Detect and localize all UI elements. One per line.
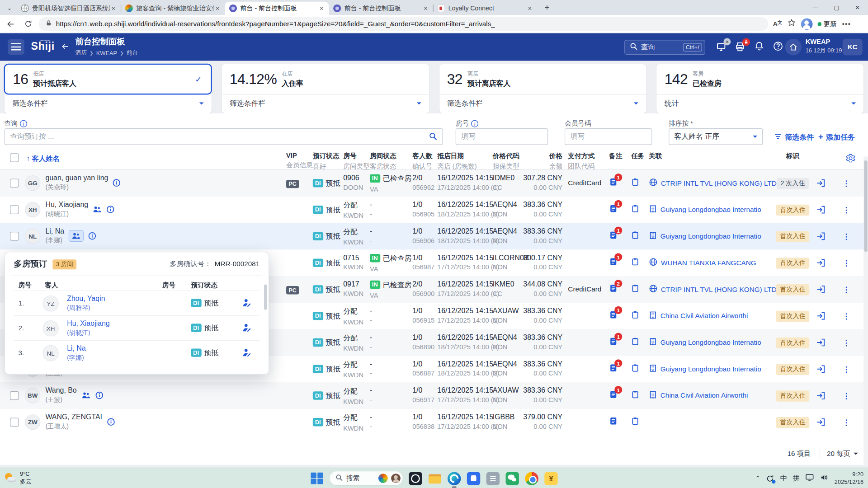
start-button[interactable] [310,472,323,485]
stat-card[interactable]: 14.12%在店入住率筛选条件栏 [222,64,429,113]
task-icon[interactable] [631,284,639,293]
room-input[interactable]: 填写 [456,128,548,145]
column-header[interactable]: 抵店日期离店 (房晚数) [437,152,476,172]
browser-profile-avatar[interactable] [801,18,812,30]
browser-menu-icon[interactable]: ⋯ [842,19,851,29]
table-row[interactable]: XHHu, Xiaojiang(胡晓江)DI预抵分配KWDN--1/005690… [0,197,868,223]
tab-close-icon[interactable]: ✕ [526,5,533,12]
column-header[interactable]: 预订状态喜好 [313,152,340,172]
column-header[interactable]: 备注 [609,152,622,161]
page-scrollbar[interactable] [863,157,868,465]
search-person-icon[interactable] [391,474,401,483]
info-icon[interactable] [113,178,121,187]
volume-icon[interactable] [820,473,829,483]
member-input[interactable]: 填写 [565,128,652,145]
tab-search-chevron-icon[interactable]: ⌄ [3,2,15,14]
multi-room-group-icon[interactable] [93,205,102,213]
notes-icon[interactable] [609,416,618,426]
stat-card[interactable]: 142客房已检查房统计 [657,64,864,113]
task-icon[interactable] [631,204,639,213]
ime-mode[interactable]: 拼 [793,474,799,483]
company-link[interactable]: Guiyang Longdongbao Internatio [649,205,777,215]
copilot-icon[interactable] [378,474,388,483]
check-in-icon[interactable] [816,311,826,321]
column-header[interactable]: 标识 [775,152,810,161]
assign-guest-icon[interactable] [242,347,252,360]
room-number-link[interactable]: 分配 [343,360,363,370]
scrollbar-thumb[interactable] [864,160,867,252]
task-icon[interactable] [631,230,639,240]
row-menu-icon[interactable] [842,365,851,374]
browser-tab[interactable]: 旅客查询 - 紫楠旅馆业治安信息管✕ [121,2,225,15]
company-link[interactable]: Guiyang Longdongbao Internatio [649,364,777,374]
sync-icon[interactable] [766,474,775,483]
notes-icon[interactable]: 1 [609,230,618,240]
multi-room-group-icon[interactable] [69,230,84,242]
check-in-icon[interactable] [816,338,826,347]
tab-close-icon[interactable]: ✕ [214,5,222,12]
task-icon[interactable] [631,337,639,346]
check-in-icon[interactable] [816,258,826,267]
browser-tab[interactable]: 前台 - 前台控制面板✕ [329,2,433,15]
room-number-link[interactable]: 分配 [343,227,363,237]
notes-icon[interactable]: 1 [609,337,618,346]
weather-widget[interactable]: 9°C多云 [5,470,32,485]
tray-chevron-icon[interactable]: ⌃ [755,475,760,482]
refresh-icon[interactable] [21,17,36,31]
check-in-icon[interactable] [816,231,826,241]
url-field[interactable]: https://cn1.web.ep.shiji.world/individua… [39,17,769,31]
ime-language[interactable]: 中 [780,474,787,483]
guest-name-link[interactable]: Li, Na [67,344,86,352]
table-row[interactable]: BWWang, Bo(王波)DI预抵分配KWDN--1/005691716/12… [0,382,868,409]
task-icon[interactable] [631,390,639,399]
popup-guest-row[interactable]: 3.NLLi, Na(李娜)DI预抵 [14,340,260,365]
stat-card-top[interactable]: 32离店预计离店客人 [439,64,646,94]
store-app-icon[interactable] [467,472,480,485]
edge-browser-icon[interactable] [448,472,461,485]
minimize-button[interactable]: — [805,0,826,15]
company-link[interactable]: Guiyang Longdongbao Internatio [649,338,777,347]
column-header[interactable]: 房号房间类型 [343,152,370,172]
table-settings-gear-icon[interactable] [846,153,855,165]
guest-name-link[interactable]: Zhou, Yaqin [67,294,105,302]
row-menu-icon[interactable] [842,286,851,295]
task-icon[interactable] [631,416,639,426]
row-checkbox[interactable] [10,179,19,188]
notifications-bell-icon[interactable] [754,41,764,54]
tab-close-icon[interactable]: ✕ [109,5,117,12]
company-link[interactable]: Guiyang Longdongbao Internatio [649,231,777,241]
popup-scrollbar[interactable] [264,284,267,310]
popup-guest-row[interactable]: 1.YZZhou, Yaqin(周雅琴)DI预抵 [14,291,260,315]
row-menu-icon[interactable] [842,259,851,268]
notes-icon[interactable]: 1 [609,363,618,373]
info-icon[interactable]: i [471,120,478,127]
stat-card[interactable]: 32离店预计离店客人筛选条件栏 [439,64,646,113]
company-link[interactable]: China Civil Aviation Airworthi [649,390,777,400]
browser-tab[interactable]: 贵阳机场智选假日酒店系统网址导✕ [17,2,121,15]
photos-app-icon[interactable] [409,472,422,485]
file-explorer-icon[interactable] [428,472,441,485]
stat-card[interactable]: 16抵店预计抵店客人✓筛选条件栏 [5,64,212,113]
query-input[interactable]: 查询预订按 ... [5,128,443,145]
room-number-link[interactable]: 分配 [343,200,363,210]
multi-room-group-icon[interactable] [81,391,91,399]
maximize-button[interactable]: ▢ [826,0,847,15]
add-task-button[interactable]: + 添加任务 [818,132,855,142]
breadcrumb-hotel[interactable]: 酒店 [75,49,87,57]
check-in-icon[interactable] [816,391,826,400]
table-row[interactable]: GGguan, guan yan ling(关燕玲)PCDI预抵0906DOON… [0,170,868,197]
user-avatar[interactable]: KC [843,39,863,56]
breadcrumb-frontdesk[interactable]: 前台 [127,49,138,57]
help-icon[interactable] [773,41,783,54]
guest-name-link[interactable]: Hu, Xiaojiang [67,319,110,328]
cashier-icon[interactable] [735,42,746,55]
row-menu-icon[interactable] [842,179,851,188]
notes-icon[interactable]: 1 [609,390,618,399]
card-filter-select[interactable]: 筛选条件栏 [5,94,212,112]
new-tab-button[interactable]: + [540,0,553,14]
task-icon[interactable] [631,177,639,187]
notes-icon[interactable]: 1 [609,257,618,267]
stat-card-top[interactable]: 14.12%在店入住率 [222,64,429,94]
row-menu-icon[interactable] [842,418,851,427]
popup-guest-row[interactable]: 2.XHHu, Xiaojiang(胡晓江)DI预抵 [14,315,260,340]
